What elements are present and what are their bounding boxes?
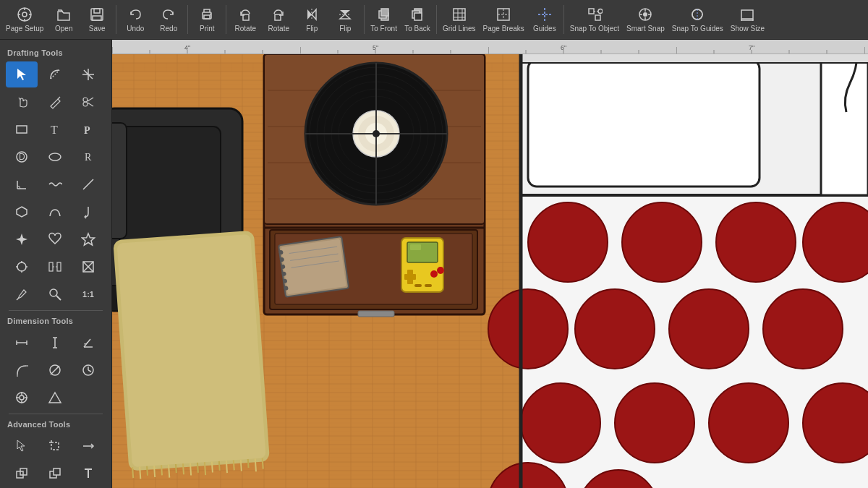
advanced-tools-label: Advanced Tools [3,417,109,433]
svg-point-219 [575,289,655,369]
hook-tool[interactable] [72,199,104,225]
svg-point-68 [49,153,61,160]
print-label: Print [200,25,215,33]
grid-lines-button[interactable]: Grid Lines [440,1,479,38]
select-tool[interactable] [6,61,38,87]
guides-button[interactable]: Guides [529,1,561,38]
ellipse-tool[interactable] [39,144,71,170]
pen-tool[interactable] [39,89,71,115]
star4-tool[interactable] [6,226,38,252]
flip-v-button[interactable]: Flip [329,1,361,38]
stamp-tool[interactable]: P [72,116,104,142]
polygon-tool[interactable] [6,199,38,225]
svg-line-61 [88,98,93,101]
svg-rect-22 [381,9,388,16]
dim-h-tool[interactable] [6,330,38,356]
heart-tool[interactable] [39,226,71,252]
distribute-tool[interactable] [39,254,71,280]
page-setup-button[interactable]: Page Setup [3,1,46,38]
multiline-tool[interactable] [72,61,104,87]
svg-rect-143 [112,123,127,239]
adv-subtract-tool[interactable] [39,461,71,487]
to-front-button[interactable]: To Front [367,1,400,38]
svg-line-155 [190,463,191,476]
svg-marker-75 [82,234,95,245]
dimension-tools-label: Dimension Tools [3,314,109,330]
scissors-tool[interactable] [72,89,104,115]
svg-rect-228 [521,54,868,63]
snap-to-guides-button[interactable]: Snap To Guides [669,1,726,38]
target-tool[interactable] [6,385,38,411]
star5-tool[interactable] [72,226,104,252]
svg-line-104 [88,370,91,372]
dim-no-tool[interactable] [39,357,71,383]
adv-crop-tool[interactable] [39,433,71,459]
to-back-button[interactable]: To Back [401,1,433,38]
smart-snap-label: Smart Snap [626,25,665,33]
page-setup-label: Page Setup [6,25,43,33]
triangle-tool[interactable] [39,385,71,411]
redo-label: Redo [160,25,177,33]
dim-ang-tool[interactable] [72,330,104,356]
svg-line-151 [161,465,162,475]
svg-line-89 [56,296,61,300]
redo-button[interactable]: Redo [153,1,184,38]
divider-5 [436,5,437,34]
svg-line-159 [219,461,220,471]
eyedrop-tool[interactable] [6,281,38,307]
rotate-right-button[interactable]: Rotate [263,1,294,38]
dim-clock-tool[interactable] [72,357,104,383]
bezier-tool[interactable] [39,199,71,225]
svg-point-1 [22,12,27,17]
text-tool[interactable]: T [39,116,71,142]
svg-point-11 [210,14,211,15]
page-breaks-button[interactable]: Page Breaks [480,1,527,38]
svg-point-204 [437,267,444,274]
line-tool[interactable] [72,171,104,197]
hand-tool[interactable] [6,89,38,115]
svg-rect-7 [94,9,100,13]
svg-marker-112 [17,440,25,451]
svg-rect-212 [528,60,760,187]
page-breaks-label: Page Breaks [483,25,524,33]
svg-line-62 [88,103,93,106]
svg-point-221 [763,289,843,369]
dim-v-tool[interactable] [39,330,71,356]
wave-tool[interactable] [39,171,71,197]
angle-tool[interactable] [6,171,38,197]
svg-line-101 [51,366,59,374]
smart-snap-button[interactable]: Smart Snap [624,1,668,38]
scale-tool[interactable]: 1:1 [72,281,104,307]
snap-to-object-button[interactable]: Snap To Object [567,1,622,38]
adv-extend-tool[interactable] [72,433,104,459]
to-front-label: To Front [370,25,397,33]
arc-tool[interactable] [39,61,71,87]
adv-union-tool[interactable] [6,461,38,487]
show-size-label: Show Size [731,25,765,33]
save-button[interactable]: Save [81,1,113,38]
rotate-left-button[interactable]: Rotate [229,1,261,38]
rect-tool[interactable] [6,116,38,142]
adv-t-tool[interactable] [72,461,104,487]
svg-rect-188 [281,239,346,295]
print-button[interactable]: Print [191,1,223,38]
adv-select-tool[interactable] [6,433,38,459]
svg-line-154 [183,463,184,474]
crosshair-tool[interactable] [6,254,38,280]
svg-marker-53 [17,69,26,80]
svg-point-203 [430,270,438,278]
zoom-tool[interactable] [39,281,71,307]
svg-line-152 [169,465,169,478]
svg-point-41 [643,12,647,17]
donut-tool[interactable]: D [6,144,38,170]
flip-h-button[interactable]: Flip [296,1,328,38]
svg-point-38 [598,9,603,14]
r-shape-tool[interactable]: R [72,144,104,170]
open-button[interactable]: Open [48,1,80,38]
svg-line-149 [147,466,148,476]
show-size-button[interactable]: Show Size [728,1,767,38]
undo-button[interactable]: Undo [119,1,151,38]
rotate-right-label: Rotate [268,25,289,33]
dim-arc-tool[interactable] [6,357,38,383]
xbox-tool[interactable] [72,254,104,280]
